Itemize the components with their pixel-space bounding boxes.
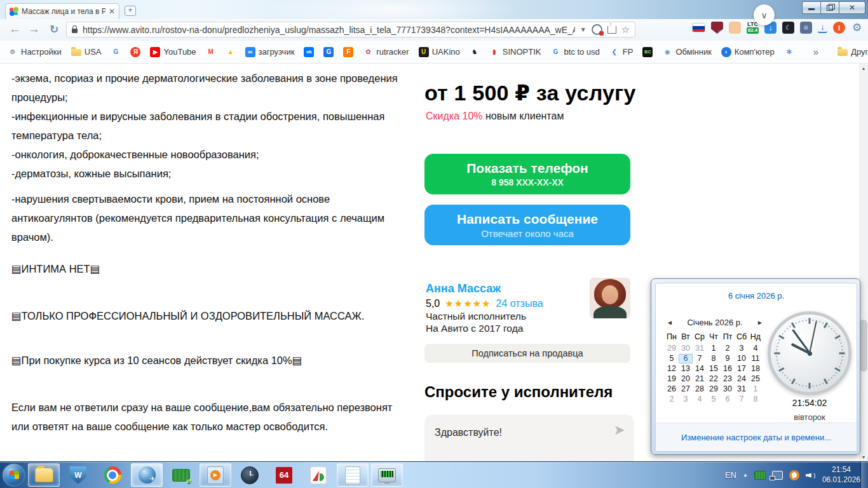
write-message-button[interactable]: Написать сообщение Отвечает около часа xyxy=(424,205,630,245)
browser-globe-taskbar-button[interactable] xyxy=(131,463,163,487)
russian-flag-extension-icon[interactable] xyxy=(692,23,705,32)
back-icon[interactable]: ← xyxy=(9,23,21,36)
bookmark-item[interactable]: G xyxy=(323,47,334,57)
bookmark-item[interactable]: Я xyxy=(130,47,140,57)
media-player-taskbar-button[interactable] xyxy=(200,463,231,487)
bookmark-item[interactable]: F xyxy=(343,47,353,57)
bookmark-item-uakino[interactable]: UUAKino xyxy=(419,47,460,57)
calendar-day[interactable]: 4 xyxy=(749,344,763,353)
bookmark-item[interactable]: vk xyxy=(304,47,314,57)
shield-extension-icon[interactable]: 34 xyxy=(711,22,723,34)
prev-month-icon[interactable]: ◄ xyxy=(665,319,675,326)
calendar-day[interactable]: 26 xyxy=(665,384,679,394)
calendar-day[interactable]: 1 xyxy=(707,344,721,353)
bookmark-item-обмінник[interactable]: ◉Обмінник xyxy=(662,47,711,57)
aida64-taskbar-button[interactable]: 64 xyxy=(268,463,300,487)
profile-avatar-icon[interactable]: I xyxy=(833,22,845,34)
calendar-day[interactable]: 9 xyxy=(721,354,735,363)
reload-icon[interactable]: ↻ xyxy=(50,24,58,36)
close-button[interactable]: ✕ xyxy=(839,1,865,14)
bookmark-item-usa[interactable]: USA xyxy=(71,47,102,57)
speed-gauge-taskbar-button[interactable] xyxy=(302,463,334,487)
antivirus-shield-taskbar-button[interactable]: W xyxy=(62,463,94,487)
tab-close-icon[interactable]: ✕ xyxy=(109,7,115,16)
calendar-day[interactable]: 16 xyxy=(721,364,735,374)
calendar-day[interactable]: 11 xyxy=(749,354,763,363)
calendar-day[interactable]: 5 xyxy=(707,395,721,404)
calendar-day[interactable]: 30 xyxy=(679,344,693,353)
calendar-day[interactable]: 7 xyxy=(735,395,749,404)
bookmark-item[interactable]: M xyxy=(206,47,216,57)
bookmark-item[interactable]: ♞ xyxy=(470,47,480,57)
show-hidden-icons[interactable]: ▲ xyxy=(743,472,748,478)
downloads-icon[interactable]: ↓ xyxy=(818,22,827,33)
browser-tab[interactable]: Массаж лица и тела в Ростове-на ✕ xyxy=(5,3,119,19)
url-text[interactable]: https://www.avito.ru/rostov-na-donu/pred… xyxy=(83,25,575,35)
other-bookmarks-button[interactable]: Другие закладки xyxy=(837,47,868,57)
lock-icon[interactable] xyxy=(72,29,78,33)
calendar-day[interactable]: 8 xyxy=(707,354,721,363)
volume-tray-icon[interactable] xyxy=(806,471,816,480)
change-datetime-link[interactable]: Изменение настроек даты и времени... xyxy=(681,433,831,442)
calendar-month-label[interactable]: Січень 2026 р. xyxy=(675,318,755,327)
scroll-up-icon[interactable]: ▲ xyxy=(859,64,868,73)
dark-mode-extension-icon[interactable]: ☾ xyxy=(782,22,794,34)
message-input[interactable]: Здравствуйте! ➤ xyxy=(424,414,634,462)
restore-button[interactable] xyxy=(820,1,839,14)
calendar-day[interactable]: 17 xyxy=(735,364,749,374)
reviews-link[interactable]: 24 отзыва xyxy=(496,298,543,309)
calendar-day[interactable]: 23 xyxy=(721,374,735,384)
bookmark-item-fp[interactable]: ❮FP xyxy=(609,47,634,57)
bookmark-item-загрузчик[interactable]: ∞загрузчик xyxy=(245,47,295,57)
calendar-day[interactable]: 29 xyxy=(665,344,679,353)
browser-menu-icon[interactable]: ⚙ xyxy=(851,22,863,34)
calendar-day[interactable]: 29 xyxy=(707,384,721,394)
calendar-day[interactable]: 8 xyxy=(749,395,763,404)
calendar-day[interactable]: 4 xyxy=(693,395,707,404)
page-scrollbar[interactable]: ▲ ▼ xyxy=(859,64,868,462)
site-permission-icon[interactable] xyxy=(592,24,602,35)
calendar-day[interactable]: 22 xyxy=(707,374,721,384)
new-tab-button[interactable]: + xyxy=(125,6,136,16)
calendar-day[interactable]: 21 xyxy=(693,374,707,384)
tray-clock[interactable]: 21:54 06.01.2026 xyxy=(822,465,860,485)
calendar-day[interactable]: 20 xyxy=(679,374,693,384)
seller-name-link[interactable]: Анна Массаж xyxy=(426,282,501,295)
bookmark-item-youtube[interactable]: ▶YouTube xyxy=(150,47,196,57)
subscribe-button[interactable]: Подписаться на продавца xyxy=(424,344,630,363)
ltc-ticker-extension-icon[interactable]: LTC82.4 xyxy=(747,22,759,34)
minimize-button[interactable]: ▬ xyxy=(802,1,821,14)
language-indicator[interactable]: EN xyxy=(725,470,736,480)
url-dropdown-icon[interactable]: ▼ xyxy=(580,26,587,33)
calendar-day[interactable]: 7 xyxy=(693,354,707,363)
calendar-day[interactable]: 6 xyxy=(721,395,735,404)
scrollbar-thumb[interactable] xyxy=(860,320,867,372)
bookmark-item[interactable]: ▲ xyxy=(226,47,236,57)
notepad-taskbar-button[interactable] xyxy=(337,463,369,487)
bookmark-star-icon[interactable]: ☆ xyxy=(621,25,630,34)
network-tray-icon[interactable] xyxy=(772,471,783,480)
calendar-day[interactable]: 14 xyxy=(693,364,707,374)
bookmark-item-комп-ютер[interactable]: ◗Комп'ютер xyxy=(721,47,775,57)
calendar-day[interactable]: 31 xyxy=(693,344,707,353)
calendar-day[interactable]: 19 xyxy=(665,374,679,384)
memory-optimizer-taskbar-button[interactable] xyxy=(165,463,197,487)
bookmarks-overflow-icon[interactable]: » xyxy=(813,46,818,57)
forward-icon[interactable]: → xyxy=(28,23,40,36)
bookmark-item-rutracker[interactable]: ✿rutracker xyxy=(363,47,409,57)
calendar-day[interactable]: 10 xyxy=(735,354,749,363)
share-icon[interactable] xyxy=(607,26,616,34)
explorer-taskbar-button[interactable] xyxy=(28,463,60,487)
calendar-day[interactable]: 30 xyxy=(721,384,735,394)
calendar-day[interactable]: 31 xyxy=(735,384,749,394)
calendar-day[interactable]: 24 xyxy=(735,374,749,384)
baby-face-extension-icon[interactable] xyxy=(729,22,741,34)
next-month-icon[interactable]: ► xyxy=(755,319,765,326)
ram-tray-icon[interactable] xyxy=(754,471,766,480)
bookmark-item[interactable]: ✻ xyxy=(784,47,794,57)
puzzle-extensions-icon[interactable] xyxy=(800,22,812,34)
calendar-day[interactable]: 15 xyxy=(707,364,721,374)
chrome-taskbar-button[interactable] xyxy=(97,463,128,487)
orange-app-tray-icon[interactable] xyxy=(789,470,799,480)
calendar-day[interactable]: 2 xyxy=(721,344,735,353)
